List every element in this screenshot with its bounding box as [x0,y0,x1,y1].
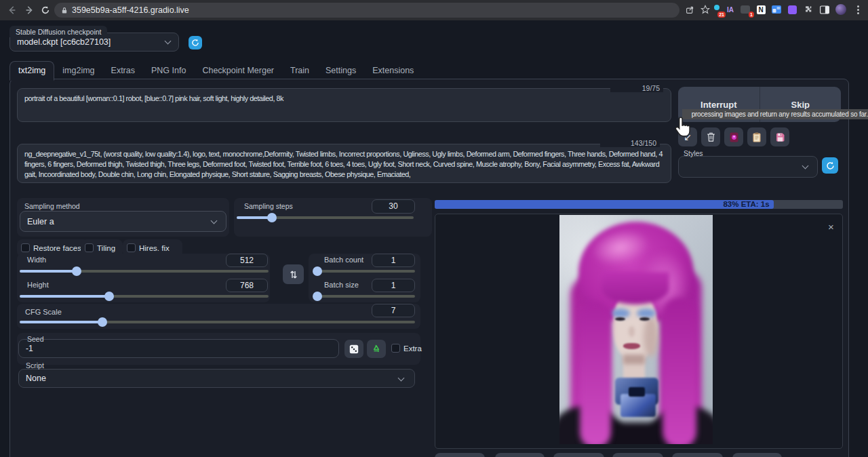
hires-fix-checkbox[interactable] [127,243,136,252]
back-button[interactable] [5,3,19,17]
profile-avatar[interactable] [835,3,847,16]
reuse-seed-button[interactable] [367,340,386,358]
random-seed-button[interactable] [344,340,363,358]
reload-icon [41,5,50,15]
extension-badge: 1 [749,12,754,18]
sampling-method-label: Sampling method [24,202,80,210]
batch-size-slider[interactable] [315,295,415,298]
chevron-down-icon [802,163,809,170]
menu-kebab-icon[interactable] [852,3,864,16]
side-panel-icon[interactable] [818,3,831,16]
bookmark-star-icon[interactable] [699,3,711,16]
up-down-arrows-icon [290,270,298,279]
back-icon [7,5,17,15]
negative-prompt-counter: 143/150 [600,139,660,147]
styles-dropdown[interactable] [678,156,818,178]
extension-icon-ia[interactable]: IA [724,3,736,16]
floppy-icon [776,133,785,142]
tiling-checkbox[interactable] [85,243,94,252]
batch-count-input[interactable]: 1 [372,254,415,267]
send-to-extras-button[interactable] [732,453,782,457]
refresh-icon [826,161,835,170]
script-dropdown[interactable]: None [18,369,415,388]
url-text: 359e5b9a-a5ff-4216.gradio.live [72,5,189,15]
chevron-down-icon [211,218,218,224]
cfg-block [17,304,420,329]
cfg-slider[interactable] [20,321,415,323]
width-input[interactable]: 512 [226,254,268,267]
share-icon[interactable] [684,3,696,16]
extension-icon-1[interactable]: 21 [711,3,723,16]
extensions-puzzle-icon[interactable] [802,3,814,16]
slider-handle[interactable] [104,292,114,301]
refresh-styles-button[interactable] [822,157,838,174]
forward-icon [24,5,34,15]
height-input[interactable]: 768 [226,279,268,292]
checkpoint-value: model.ckpt [cc6cb27103] [17,37,111,47]
address-bar[interactable]: 359e5b9a-a5ff-4216.gradio.live [54,3,679,18]
send-to-inpaint-button[interactable] [672,453,723,457]
tab-checkpoint-merger[interactable]: Checkpoint Merger [194,62,282,80]
save-style-button[interactable] [770,127,789,146]
progress-bar: 83% ETA: 1s [435,200,843,209]
refresh-checkpoint-button[interactable] [189,36,202,49]
width-slider[interactable] [20,270,269,273]
close-icon[interactable]: × [828,221,834,233]
apply-style-button[interactable] [747,127,766,146]
cfg-label: CFG Scale [25,308,62,316]
tab-train[interactable]: Train [282,62,317,80]
lock-icon [61,7,68,14]
width-label: Width [27,256,46,264]
main-tabs: txt2img img2img Extras PNG Info Checkpoi… [9,61,422,80]
extra-networks-button[interactable] [724,127,743,146]
sampling-steps-input[interactable]: 30 [372,199,415,214]
tab-img2img[interactable]: img2img [54,62,102,80]
prompt-textarea[interactable]: portrait of a beautiful [woman::0.1] rob… [17,88,671,122]
tab-extensions[interactable]: Extensions [364,62,422,80]
trash-icon [707,132,715,142]
extension-icon-2[interactable]: 1 [739,3,751,16]
chevron-down-icon [165,38,172,45]
progress-label: 83% ETA: 1s [723,200,769,208]
extension-icon-3[interactable] [770,3,783,16]
generated-image[interactable] [559,215,713,444]
dice-icon [349,344,359,354]
sampling-steps-label: Sampling steps [244,202,293,210]
extension-icon-notion[interactable]: N [755,3,767,16]
height-label: Height [27,281,49,289]
forward-button[interactable] [22,3,36,17]
batch-size-input[interactable]: 1 [372,279,415,292]
restore-faces-checkbox[interactable] [21,243,30,252]
tab-png-info[interactable]: PNG Info [143,62,194,80]
batch-count-slider[interactable] [315,270,415,273]
seed-value: -1 [26,344,33,353]
batch-size-label: Batch size [324,281,359,289]
cfg-input[interactable]: 7 [372,304,415,317]
refresh-icon [191,39,199,47]
sampling-steps-slider[interactable] [237,216,414,219]
clear-prompt-button[interactable] [701,127,720,146]
send-to-img2img-button[interactable] [612,453,663,457]
recycle-icon [372,344,381,354]
chevron-down-icon [398,375,405,382]
reload-button[interactable] [39,3,52,17]
save-button[interactable] [495,453,545,457]
sampling-method-dropdown[interactable]: Euler a [20,211,226,232]
tab-txt2img[interactable]: txt2img [9,61,54,81]
extension-icon-4[interactable] [786,3,798,16]
swap-dimensions-button[interactable] [283,264,304,284]
seed-input[interactable]: -1 [18,339,339,358]
styles-label: Styles [684,149,703,157]
negative-prompt-textarea[interactable]: ng_deepnegative_v1_75t, (worst quality, … [17,144,671,183]
progress-fill: 83% ETA: 1s [435,200,774,209]
tiling-label: Tiling [97,244,115,252]
browser-chrome: 359e5b9a-a5ff-4216.gradio.live 21 IA 1 N [0,0,868,20]
save-zip-button[interactable] [553,453,604,457]
tab-extras[interactable]: Extras [103,62,143,80]
hires-fix-label: Hires. fix [139,244,170,252]
height-slider[interactable] [20,295,269,298]
tab-settings[interactable]: Settings [317,62,364,80]
seed-extra-checkbox[interactable] [391,344,400,353]
open-folder-button[interactable] [435,453,485,457]
batch-count-label: Batch count [324,256,363,264]
